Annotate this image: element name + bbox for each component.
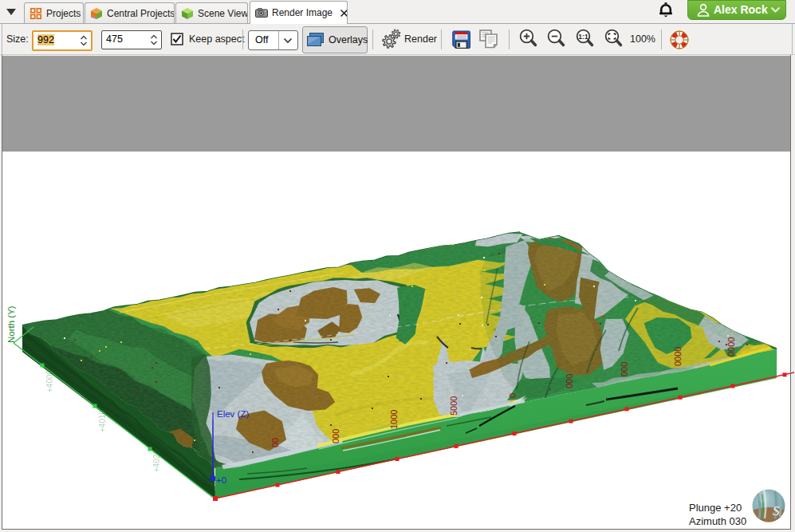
svg-text:1:1: 1:1 [578, 33, 588, 41]
